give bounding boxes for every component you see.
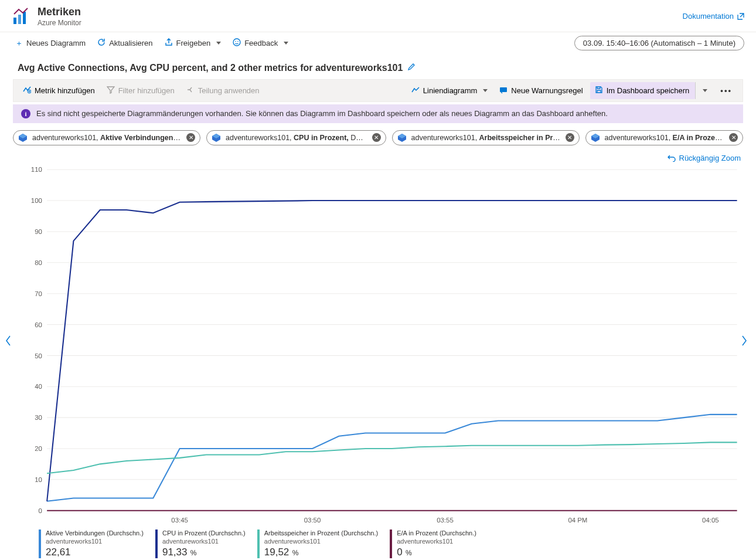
refresh-icon	[97, 38, 105, 48]
y-tick-label: 40	[35, 383, 42, 390]
metrics-icon	[12, 7, 30, 26]
legend-series-name: Aktive Verbindungen (Durchschn.)	[46, 530, 144, 538]
legend-series-name: CPU in Prozent (Durchschn.)	[162, 530, 246, 538]
legend-series-name: E/A in Prozent (Durchschn.)	[397, 530, 476, 538]
add-filter-button[interactable]: Filter hinzufügen	[102, 82, 179, 99]
y-tick-label: 90	[35, 228, 42, 235]
chevron-down-icon	[483, 89, 488, 92]
metric-pill-text: adventureworks101, Aktive Verbindungen, …	[32, 134, 182, 142]
remove-metric-button[interactable]: ✕	[186, 133, 195, 142]
chart-toolbar: Metrik hinzufügen Filter hinzufügen Teil…	[13, 79, 743, 102]
legend-item[interactable]: Arbeitsspeicher in Prozent (Durchschn.) …	[257, 530, 378, 558]
save-icon	[595, 86, 603, 96]
documentation-link[interactable]: Dokumentation	[683, 12, 744, 21]
svg-rect-1	[18, 15, 21, 24]
share-icon	[165, 38, 173, 48]
share-button[interactable]: Freigeben	[161, 36, 225, 50]
y-tick-label: 100	[31, 197, 42, 204]
time-range-picker[interactable]: 03.09. 15:40–16:06 (Automatisch – 1 Minu…	[574, 36, 744, 50]
legend-swatch	[257, 530, 260, 558]
metric-pill[interactable]: adventureworks101, CPU in Prozent, Durch…	[206, 130, 386, 145]
page-header: Metriken Azure Monitor Dokumentation	[0, 0, 756, 32]
chevron-right-icon	[741, 335, 748, 347]
new-alert-button[interactable]: Neue Warnungsregel	[495, 82, 587, 99]
page-title: Metriken	[38, 6, 81, 19]
legend-resource-name: adventureworks101	[162, 538, 246, 546]
feedback-icon	[233, 38, 241, 48]
new-chart-button[interactable]: ＋ Neues Diagramm	[12, 36, 89, 51]
remove-metric-button[interactable]: ✕	[566, 133, 574, 142]
legend-item[interactable]: Aktive Verbindungen (Durchschn.) adventu…	[39, 530, 144, 558]
feedback-label: Feedback	[244, 39, 278, 47]
unsaved-changes-banner: i Es sind nicht gespeicherte Diagrammänd…	[13, 104, 743, 123]
remove-metric-button[interactable]: ✕	[729, 133, 738, 142]
undo-zoom-button[interactable]: Rückgängig Zoom	[13, 145, 743, 162]
save-dashboard-dropdown[interactable]	[695, 82, 712, 99]
legend-swatch	[155, 530, 158, 558]
chart-type-button[interactable]: Liniendiagramm	[407, 82, 493, 99]
feedback-button[interactable]: Feedback	[229, 36, 292, 50]
add-metric-icon	[23, 86, 31, 96]
unsaved-changes-text: Es sind nicht gespeicherte Diagrammänder…	[36, 109, 608, 118]
next-chart-button[interactable]	[741, 335, 751, 356]
previous-chart-button[interactable]	[5, 335, 15, 356]
svg-point-3	[233, 39, 240, 46]
apply-splitting-label: Teilung anwenden	[198, 86, 260, 95]
save-dashboard-button[interactable]: Im Dashboard speichern	[590, 82, 696, 99]
svg-rect-0	[13, 18, 16, 24]
chart-title: Avg Active Connections, Avg CPU percent,…	[18, 63, 403, 73]
legend-resource-name: adventureworks101	[46, 538, 144, 546]
metric-pill[interactable]: adventureworks101, Aktive Verbindungen, …	[13, 130, 200, 145]
remove-metric-button[interactable]: ✕	[372, 133, 381, 142]
plus-icon: ＋	[15, 38, 23, 49]
plot-area: 010203040506070809010011003:4503:5003:55…	[13, 166, 743, 525]
chart-series-line	[47, 201, 737, 501]
chart-series-line	[47, 442, 737, 473]
resource-icon	[591, 133, 600, 142]
time-range-label: 03.09. 15:40–16:06 (Automatisch – 1 Minu…	[583, 39, 735, 47]
legend-swatch	[39, 530, 41, 558]
chart-type-label: Liniendiagramm	[423, 86, 478, 95]
split-icon	[186, 86, 195, 96]
svg-rect-2	[23, 12, 26, 24]
external-link-icon	[737, 13, 744, 20]
save-dashboard-label: Im Dashboard speichern	[607, 86, 690, 95]
svg-point-4	[235, 41, 236, 42]
line-chart[interactable]: 010203040506070809010011003:4503:5003:55…	[13, 166, 743, 525]
chevron-down-icon	[216, 42, 221, 45]
x-tick-label: 04 PM	[568, 517, 587, 524]
documentation-link-label: Dokumentation	[683, 12, 734, 21]
legend-current-value: 19,52 %	[264, 546, 378, 558]
legend-item[interactable]: CPU in Prozent (Durchschn.) adventurewor…	[155, 530, 246, 558]
y-tick-label: 110	[31, 166, 42, 173]
alert-icon	[499, 86, 508, 96]
more-options-button[interactable]: •••	[714, 83, 738, 99]
x-tick-label: 04:05	[702, 517, 719, 524]
add-filter-label: Filter hinzufügen	[118, 86, 175, 95]
apply-splitting-button[interactable]: Teilung anwenden	[182, 82, 264, 99]
legend-resource-name: adventureworks101	[397, 538, 476, 546]
metric-pill-text: adventureworks101, CPU in Prozent, Durch…	[226, 134, 367, 142]
chevron-down-icon	[284, 42, 288, 45]
metric-pill[interactable]: adventureworks101, Arbeitsspeicher in Pr…	[392, 130, 580, 145]
metric-pill[interactable]: adventureworks101, E/A in Prozent, … ✕	[585, 130, 743, 145]
chevron-left-icon	[5, 335, 12, 347]
edit-title-button[interactable]	[407, 63, 416, 73]
add-metric-label: Metrik hinzufügen	[35, 86, 95, 95]
resource-icon	[397, 133, 407, 142]
refresh-button[interactable]: Aktualisieren	[94, 36, 156, 50]
ellipsis-icon: •••	[720, 86, 732, 95]
x-tick-label: 03:50	[304, 517, 321, 524]
new-chart-label: Neues Diagramm	[26, 39, 86, 47]
y-tick-label: 60	[35, 321, 42, 328]
add-metric-button[interactable]: Metrik hinzufügen	[18, 82, 100, 99]
y-tick-label: 50	[35, 352, 42, 359]
chart-series-line	[47, 414, 737, 501]
refresh-label: Aktualisieren	[109, 39, 152, 47]
primary-toolbar: ＋ Neues Diagramm Aktualisieren Freigeben…	[0, 32, 756, 55]
legend-item[interactable]: E/A in Prozent (Durchschn.) adventurewor…	[390, 530, 476, 558]
new-alert-label: Neue Warnungsregel	[511, 86, 583, 95]
legend-resource-name: adventureworks101	[264, 538, 378, 546]
metric-pill-text: adventureworks101, Arbeitsspeicher in Pr…	[411, 134, 561, 142]
info-icon: i	[21, 109, 30, 118]
